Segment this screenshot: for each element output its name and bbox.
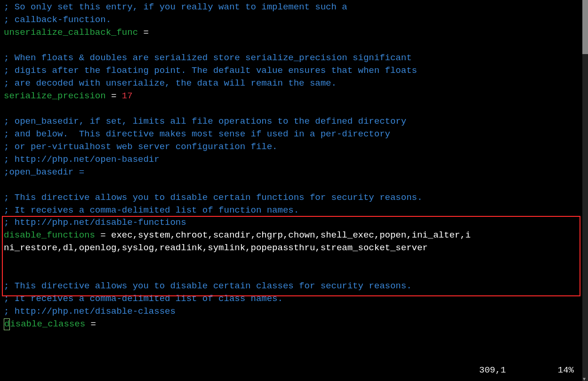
ini-key-disable-classes: isable_classes [10, 319, 85, 329]
vim-scroll-percent: 14% [558, 364, 574, 377]
comment-line: ; This directive allows you to disable c… [4, 192, 422, 203]
ini-value-disable-functions: exec,system,chroot,scandir,chgrp,chown,s… [111, 230, 471, 240]
ini-equals: = [95, 230, 111, 240]
comment-line: ; open_basedir, if set, limits all file … [4, 116, 406, 127]
ini-equals: = [138, 27, 149, 38]
scrollbar-thumb[interactable] [582, 0, 588, 54]
comment-line: ; or per-virtualhost web server configur… [4, 142, 278, 152]
ini-key-disable-functions: disable_functions [4, 230, 95, 240]
comment-line: ; So only set this entry, if you really … [4, 2, 347, 12]
comment-line: ; and below. This directive makes most s… [4, 129, 390, 139]
ini-key-serialize-precision: serialize_precision [4, 91, 106, 101]
comment-line: ; It receives a comma-delimited list of … [4, 205, 299, 215]
ini-value-number: 17 [122, 91, 133, 101]
comment-line: ; It receives a comma-delimited list of … [4, 294, 283, 304]
ini-equals: = [106, 91, 122, 101]
comment-line: ; callback-function. [4, 15, 111, 25]
comment-line: ; digits after the floating point. The d… [4, 65, 417, 76]
ini-equals: = [85, 319, 96, 329]
comment-line: ; When floats & doubles are serialized s… [4, 53, 412, 63]
vim-cursor-position: 309,1 [479, 364, 506, 377]
comment-line: ; http://php.net/disable-classes [4, 306, 176, 317]
ini-value-disable-functions-wrap: ni_restore,dl,openlog,syslog,readlink,sy… [4, 243, 428, 253]
comment-line: ; http://php.net/disable-functions [4, 217, 186, 228]
vim-cursor: d [4, 318, 10, 330]
comment-line: ; http://php.net/open-basedir [4, 154, 160, 165]
vim-status-bar: 309,1 14% [479, 364, 574, 377]
vim-editor-viewport[interactable]: ; So only set this entry, if you really … [0, 0, 582, 381]
comment-line: ;open_basedir = [4, 167, 84, 177]
scrollbar-track[interactable]: ▲ ▼ [582, 0, 588, 381]
scroll-down-arrow-icon[interactable]: ▼ [583, 376, 588, 381]
comment-line: ; This directive allows you to disable c… [4, 281, 412, 291]
ini-key-unserialize-callback: unserialize_callback_func [4, 27, 138, 38]
comment-line: ; are decoded with unserialize, the data… [4, 78, 337, 88]
